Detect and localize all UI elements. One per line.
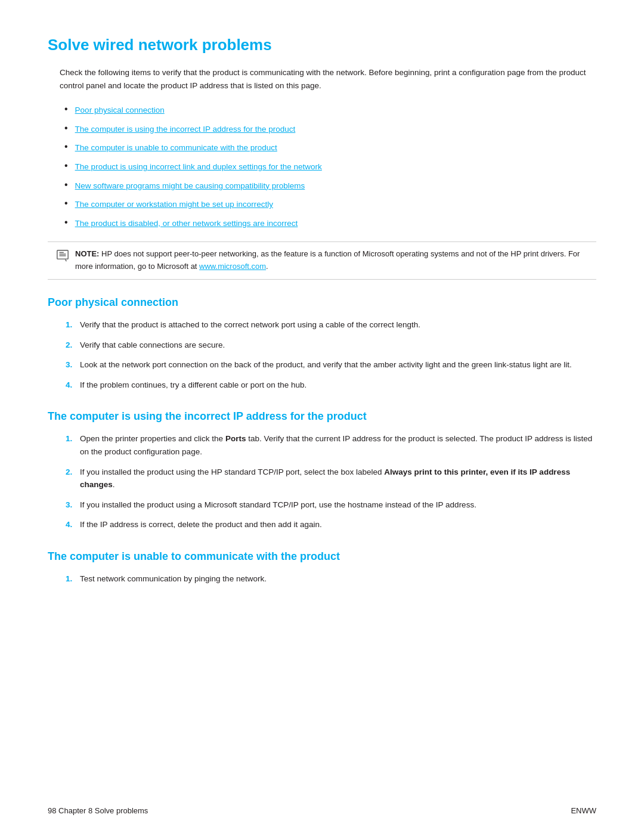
footer: 98 Chapter 8 Solve problems ENWW — [48, 806, 596, 815]
numbered-list-poor-physical: 1. Verify that the product is attached t… — [66, 318, 596, 391]
intro-text: Check the following items to verify that… — [60, 66, 596, 92]
microsoft-link[interactable]: www.microsoft.com — [199, 262, 266, 271]
list-item: 3. Look at the network port connection o… — [66, 358, 596, 371]
list-item: The computer is using the incorrect IP a… — [60, 123, 596, 136]
footer-right: ENWW — [571, 806, 596, 815]
section-title-incorrect-ip: The computer is using the incorrect IP a… — [48, 410, 596, 423]
note-text: HP does not support peer-to-peer network… — [75, 249, 580, 271]
link-workstation[interactable]: The computer or workstation might be set… — [75, 198, 273, 211]
link-disabled[interactable]: The product is disabled, or other networ… — [75, 217, 298, 230]
link-list: Poor physical connection The computer is… — [60, 104, 596, 230]
page-content: Solve wired network problems Check the f… — [48, 36, 596, 585]
footer-left: 98 Chapter 8 Solve problems — [48, 806, 148, 815]
note-label: NOTE: — [75, 249, 99, 258]
link-link-speed[interactable]: The product is using incorrect link and … — [75, 160, 322, 174]
section-incorrect-ip: The computer is using the incorrect IP a… — [48, 410, 596, 531]
svg-rect-0 — [57, 250, 68, 259]
page-title: Solve wired network problems — [48, 36, 596, 54]
note-icon — [56, 249, 69, 266]
note-content: NOTE: HP does not support peer-to-peer n… — [75, 248, 588, 273]
list-item: 1. Verify that the product is attached t… — [66, 318, 596, 332]
list-item: 3. If you installed the product using a … — [66, 498, 596, 512]
section-poor-physical: Poor physical connection 1. Verify that … — [48, 296, 596, 391]
list-item: Poor physical connection — [60, 104, 596, 117]
list-item: 2. Verify that cable connections are sec… — [66, 339, 596, 352]
section-unable-communicate: The computer is unable to communicate wi… — [48, 550, 596, 586]
list-item: The computer or workstation might be set… — [60, 198, 596, 211]
link-incorrect-ip[interactable]: The computer is using the incorrect IP a… — [75, 123, 296, 136]
list-item: 1. Test network communication by pinging… — [66, 572, 596, 586]
list-item: 2. If you installed the product using th… — [66, 466, 596, 491]
list-item: The product is using incorrect link and … — [60, 160, 596, 174]
list-item: 4. If the IP address is correct, delete … — [66, 518, 596, 531]
link-unable-communicate[interactable]: The computer is unable to communicate wi… — [75, 141, 277, 154]
numbered-list-incorrect-ip: 1. Open the printer properties and click… — [66, 432, 596, 531]
section-title-poor-physical: Poor physical connection — [48, 296, 596, 309]
list-item: 1. Open the printer properties and click… — [66, 432, 596, 458]
list-item: 4. If the problem continues, try a diffe… — [66, 379, 596, 392]
list-item: The product is disabled, or other networ… — [60, 217, 596, 230]
list-item: New software programs might be causing c… — [60, 179, 596, 193]
note-box: NOTE: HP does not support peer-to-peer n… — [48, 241, 596, 280]
list-item: The computer is unable to communicate wi… — [60, 141, 596, 154]
link-software-programs[interactable]: New software programs might be causing c… — [75, 179, 305, 193]
link-poor-physical[interactable]: Poor physical connection — [75, 104, 165, 117]
section-title-unable-communicate: The computer is unable to communicate wi… — [48, 550, 596, 563]
numbered-list-unable-communicate: 1. Test network communication by pinging… — [66, 572, 596, 586]
